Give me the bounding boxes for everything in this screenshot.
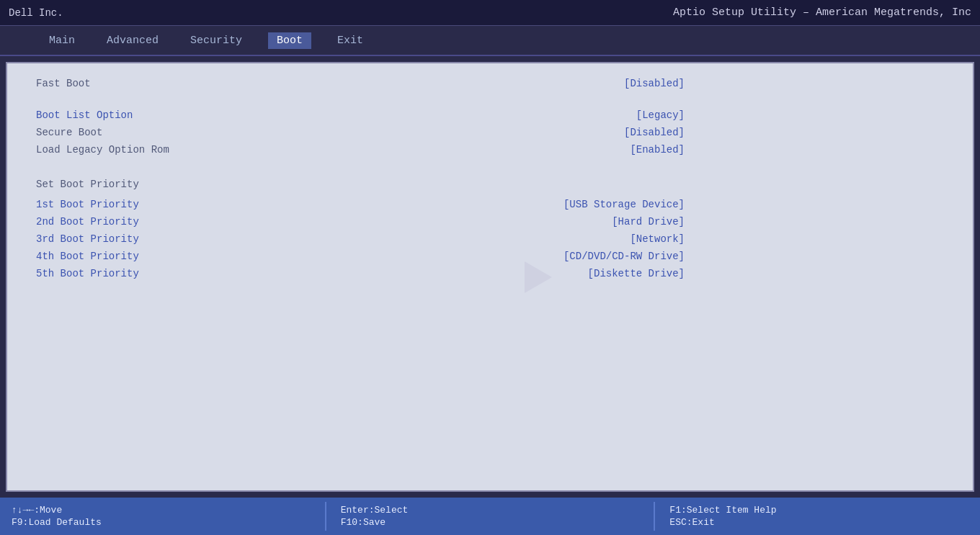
menu-item-boot[interactable]: Boot — [268, 32, 311, 49]
boot-priority-5-row[interactable]: 5th Boot Priority [Diskette Drive] — [36, 265, 685, 282]
boot-priority-5-value: [Diskette Drive] — [588, 268, 685, 279]
status-divider-2 — [654, 502, 655, 531]
status-section-help: F1:Select Item Help ESC:Exit — [669, 505, 968, 528]
status-section-navigation: ↑↓→←:Move F9:Load Defaults — [12, 505, 311, 528]
boot-priority-2-value: [Hard Drive] — [612, 216, 685, 228]
boot-list-option-value: [Legacy] — [636, 109, 685, 121]
menu-item-exit[interactable]: Exit — [331, 32, 369, 49]
boot-priority-2-label: 2nd Boot Priority — [36, 216, 281, 228]
boot-priority-4-row[interactable]: 4th Boot Priority [CD/DVD/CD-RW Drive] — [36, 248, 685, 265]
secure-boot-value: [Disabled] — [624, 127, 685, 138]
gap-2 — [36, 158, 944, 173]
secure-boot-label: Secure Boot — [36, 127, 281, 138]
status-move: ↑↓→←:Move — [12, 505, 311, 516]
set-boot-priority-header: Set Boot Priority — [36, 176, 139, 193]
boot-priority-1-label: 1st Boot Priority — [36, 199, 281, 210]
boot-priority-2-row[interactable]: 2nd Boot Priority [Hard Drive] — [36, 213, 685, 230]
status-f1-help: F1:Select Item Help — [669, 505, 968, 516]
gap-1 — [36, 92, 944, 107]
boot-priority-3-value: [Network] — [630, 233, 685, 245]
menu-bar: Main Advanced Security Boot Exit — [0, 26, 980, 56]
main-content: Fast Boot [Disabled] Boot List Option [L… — [6, 62, 974, 492]
play-icon[interactable] — [525, 261, 552, 293]
status-load-defaults: F9:Load Defaults — [12, 517, 311, 528]
boot-list-option-row[interactable]: Boot List Option [Legacy] — [36, 107, 685, 124]
boot-priority-1-value: [USB Storage Device] — [564, 199, 685, 210]
boot-list-option-label: Boot List Option — [36, 109, 281, 121]
menu-item-advanced[interactable]: Advanced — [101, 32, 164, 49]
boot-priority-4-label: 4th Boot Priority — [36, 251, 281, 262]
boot-priority-1-row[interactable]: 1st Boot Priority [USB Storage Device] — [36, 196, 685, 213]
boot-priority-3-row[interactable]: 3rd Boot Priority [Network] — [36, 230, 685, 248]
boot-priority-5-label: 5th Boot Priority — [36, 268, 281, 279]
fast-boot-row[interactable]: Fast Boot [Disabled] — [36, 75, 685, 92]
status-bar: ↑↓→←:Move F9:Load Defaults Enter:Select … — [0, 498, 980, 535]
load-legacy-rom-value: [Enabled] — [630, 144, 685, 156]
status-f10-save: F10:Save — [341, 517, 640, 528]
bios-screen: Dell Inc. Aptio Setup Utility – American… — [0, 0, 980, 535]
title-bar: Dell Inc. Aptio Setup Utility – American… — [0, 0, 980, 26]
fast-boot-label: Fast Boot — [36, 78, 281, 89]
boot-priority-3-label: 3rd Boot Priority — [36, 233, 281, 245]
load-legacy-rom-row[interactable]: Load Legacy Option Rom [Enabled] — [36, 141, 685, 158]
menu-item-security[interactable]: Security — [184, 32, 248, 49]
menu-item-main[interactable]: Main — [43, 32, 81, 49]
secure-boot-row[interactable]: Secure Boot [Disabled] — [36, 124, 685, 141]
load-legacy-rom-label: Load Legacy Option Rom — [36, 144, 281, 156]
status-divider-1 — [325, 502, 326, 531]
set-boot-priority-header-row: Set Boot Priority — [36, 173, 685, 196]
fast-boot-value: [Disabled] — [624, 78, 685, 89]
boot-priority-4-value: [CD/DVD/CD-RW Drive] — [564, 251, 685, 262]
vendor-name: Dell Inc. — [9, 7, 63, 19]
status-section-select: Enter:Select F10:Save — [341, 505, 640, 528]
utility-title: Aptio Setup Utility – American Megatrend… — [673, 6, 971, 19]
status-enter-select: Enter:Select — [341, 505, 640, 516]
status-esc-exit: ESC:Exit — [669, 517, 968, 528]
